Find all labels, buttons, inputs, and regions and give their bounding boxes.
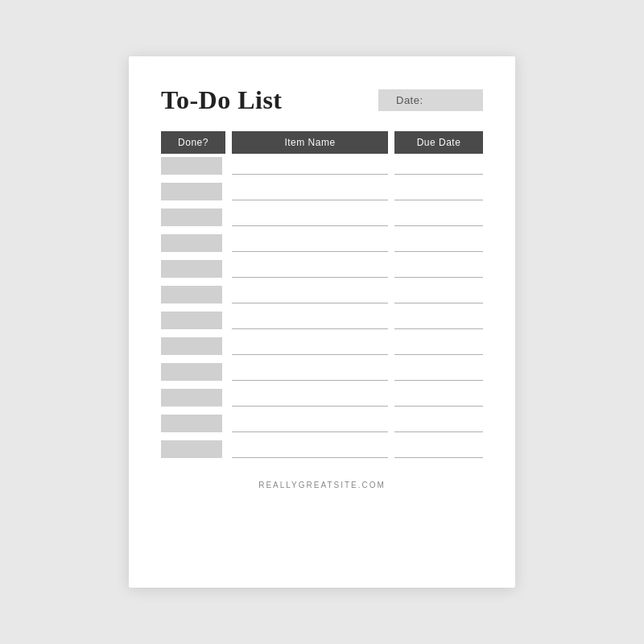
cell-done-6 (161, 312, 225, 329)
due-column-header: Due Date (394, 131, 483, 154)
done-checkbox-4[interactable] (161, 260, 222, 278)
cell-due-7[interactable] (394, 337, 483, 355)
done-checkbox-1[interactable] (161, 183, 222, 200)
table-row (161, 337, 483, 355)
cell-item-2[interactable] (232, 208, 388, 226)
cell-due-6[interactable] (394, 312, 483, 329)
table-row (161, 183, 483, 200)
cell-item-5[interactable] (232, 286, 388, 303)
cell-done-9 (161, 389, 225, 407)
done-checkbox-6[interactable] (161, 312, 222, 329)
cell-due-4[interactable] (394, 260, 483, 278)
cell-item-4[interactable] (232, 260, 388, 278)
table-row (161, 440, 483, 458)
table-row (161, 260, 483, 278)
cell-item-3[interactable] (232, 234, 388, 252)
cell-done-4 (161, 260, 225, 278)
cell-done-0 (161, 157, 225, 175)
done-checkbox-7[interactable] (161, 337, 222, 355)
cell-item-8[interactable] (232, 363, 388, 381)
done-checkbox-2[interactable] (161, 208, 222, 226)
cell-item-0[interactable] (232, 157, 388, 175)
table-row (161, 363, 483, 381)
todo-page: To-Do List Date: Done? Item Name Due Dat… (129, 56, 515, 588)
cell-due-1[interactable] (394, 183, 483, 200)
cell-due-2[interactable] (394, 208, 483, 226)
done-checkbox-5[interactable] (161, 286, 222, 303)
cell-item-11[interactable] (232, 440, 388, 458)
done-checkbox-3[interactable] (161, 234, 222, 252)
cell-due-9[interactable] (394, 389, 483, 407)
rows-container (161, 157, 483, 466)
cell-item-1[interactable] (232, 183, 388, 200)
done-column-header: Done? (161, 131, 225, 154)
table-row (161, 286, 483, 303)
site-url: REALLYGREATSITE.COM (258, 481, 386, 489)
cell-done-3 (161, 234, 225, 252)
done-checkbox-0[interactable] (161, 157, 222, 175)
table-row (161, 389, 483, 407)
cell-due-8[interactable] (394, 363, 483, 381)
done-checkbox-10[interactable] (161, 415, 222, 432)
cell-item-9[interactable] (232, 389, 388, 407)
table-row (161, 415, 483, 432)
cell-done-5 (161, 286, 225, 303)
table-row (161, 312, 483, 329)
table-header: Done? Item Name Due Date (161, 131, 483, 154)
table-row (161, 234, 483, 252)
page-title: To-Do List (161, 85, 283, 115)
cell-done-7 (161, 337, 225, 355)
done-checkbox-8[interactable] (161, 363, 222, 381)
cell-done-1 (161, 183, 225, 200)
page-header: To-Do List Date: (161, 85, 483, 115)
footer: REALLYGREATSITE.COM (161, 481, 483, 489)
cell-due-5[interactable] (394, 286, 483, 303)
cell-item-7[interactable] (232, 337, 388, 355)
table-row (161, 208, 483, 226)
done-checkbox-9[interactable] (161, 389, 222, 407)
cell-done-11 (161, 440, 225, 458)
cell-due-10[interactable] (394, 415, 483, 432)
cell-item-10[interactable] (232, 415, 388, 432)
cell-done-8 (161, 363, 225, 381)
cell-due-3[interactable] (394, 234, 483, 252)
date-field[interactable]: Date: (378, 89, 483, 111)
cell-done-10 (161, 415, 225, 432)
table-row (161, 157, 483, 175)
done-checkbox-11[interactable] (161, 440, 222, 458)
cell-due-0[interactable] (394, 157, 483, 175)
item-column-header: Item Name (232, 131, 388, 154)
cell-due-11[interactable] (394, 440, 483, 458)
cell-item-6[interactable] (232, 312, 388, 329)
cell-done-2 (161, 208, 225, 226)
